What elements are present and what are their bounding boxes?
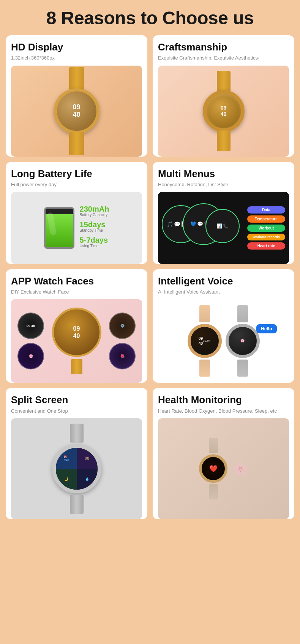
app-faces-left: 09 40 🌸 <box>16 313 46 369</box>
app-faces-layout: 09 40 🌸 0940 ⚙️ 🌺 <box>11 303 142 379</box>
card-health-title: Health Monitoring <box>158 394 289 406</box>
health-band-bottom-sm <box>209 484 218 499</box>
menus-layout: 🎵 💬 📊 🔵 💙 💬 📞 📊 📊 <box>162 201 285 254</box>
voice-grey-watch-face: 🌸 <box>226 324 260 358</box>
menu-item-workout: Workout <box>247 225 285 232</box>
card-battery-subtitle: Full power every day <box>11 181 142 188</box>
split-watch-container: 📅7/23 08 🌙 💧 <box>11 418 142 519</box>
health-watch-sm-outer: ❤️ <box>199 438 227 499</box>
stat-days: 15days Standby Time <box>80 221 109 235</box>
card-craft-subtitle: Exquisite Craftsmanship, Exquisite Aesth… <box>158 55 289 61</box>
menu-app-icon-6: 💬 <box>197 221 203 227</box>
menu-circles-container: 🎵 💬 📊 🔵 💙 💬 📞 📊 📊 <box>162 201 245 254</box>
card-app-title: APP Watch Faces <box>11 275 142 287</box>
voice-grey-band-bottom <box>237 360 248 377</box>
craft-watch-outer: 0940 <box>203 71 245 151</box>
card-app-image: 09 40 🌸 0940 ⚙️ 🌺 <box>11 299 142 383</box>
split-band-bottom <box>70 495 84 514</box>
card-menus-title: Multi Menus <box>158 168 289 180</box>
voice-pink-watch-outer: 094006.04 <box>188 305 222 377</box>
hd-watch-circle: 0940 <box>54 88 99 134</box>
split-watch-face: 📅7/23 08 🌙 💧 <box>52 444 101 493</box>
stat-days-label: Standby Time <box>80 228 109 232</box>
card-app-subtitle: DIY Exclusive Watch Face <box>11 289 142 295</box>
hello-bubble: Hello <box>256 324 276 333</box>
app-center-band <box>71 359 82 374</box>
card-intelligent-voice: Intelligent Voice AI Intelligent Voice A… <box>153 269 294 383</box>
menu-app-icon-10: 📞 <box>223 223 229 229</box>
split-quad-3: 🌙 <box>56 469 77 490</box>
voice-grey-band-top <box>237 305 248 322</box>
app-face-sm-2: 🌸 <box>17 343 44 369</box>
hd-band-top <box>69 67 84 90</box>
card-craft-image: 0940 <box>158 66 289 157</box>
split-quad-1: 📅7/23 <box>56 448 77 469</box>
craft-band-bottom <box>217 130 231 151</box>
stat-days-value: 15days <box>80 221 109 228</box>
craft-watch-container: 0940 <box>158 66 289 157</box>
card-hd-display: HD Display 1.32inch 360*360px 0940 <box>6 35 147 156</box>
stat-use: 5-7days Using Time <box>80 236 109 250</box>
app-faces-right: ⚙️ 🌺 <box>107 313 137 369</box>
menu-app-icon-5: 💙 <box>190 221 196 227</box>
card-battery: Long Battery Life Full power every day 2… <box>6 162 147 264</box>
card-health-monitoring: Health Monitoring Heart Rate, Blood Oxyg… <box>153 388 294 519</box>
menu-app-icon-9: 📊 <box>216 223 222 229</box>
menu-item-workout-records: Workout records <box>247 234 285 240</box>
menu-item-heart-rate: Heart rate <box>247 242 285 250</box>
hd-band-bottom <box>69 132 84 155</box>
battery-visual <box>44 207 74 249</box>
card-battery-image: 230mAh Battery Capacity 15days Standby T… <box>11 192 142 264</box>
card-app-watch-faces: APP Watch Faces DIY Exclusive Watch Face… <box>6 269 147 383</box>
health-icon: ❤️ <box>209 465 218 473</box>
craft-band-top <box>217 71 231 92</box>
voice-pink-band-bottom <box>199 360 210 377</box>
card-menus-image: 🎵 💬 📊 🔵 💙 💬 📞 📊 📊 <box>158 192 289 264</box>
card-split-title: Split Screen <box>11 394 142 406</box>
stat-use-label: Using Time <box>80 244 109 248</box>
voice-grey-watch-outer: Hello 🌸 <box>226 305 260 377</box>
app-face-sm-3: ⚙️ <box>109 313 136 339</box>
card-craft-title: Craftsmanship <box>158 41 289 53</box>
card-voice-image: 094006.04 Hello 🌸 <box>158 299 289 383</box>
card-hd-subtitle: 1.32inch 360*360px <box>11 55 142 61</box>
stat-mah: 230mAh Battery Capacity <box>80 205 109 219</box>
card-hd-title: HD Display <box>11 41 142 53</box>
voice-grey-time: 🌸 <box>240 339 245 343</box>
card-split-image: 📅7/23 08 🌙 💧 <box>11 418 142 519</box>
split-band-top <box>70 424 84 443</box>
voice-pink-band-top <box>199 305 210 322</box>
page-title: 8 Reasons to Choose us <box>6 8 294 28</box>
stat-mah-value: 230mAh <box>80 205 109 213</box>
card-battery-title: Long Battery Life <box>11 168 142 180</box>
hd-watch-time: 0940 <box>73 104 80 119</box>
app-face-lg: 0940 <box>52 308 101 357</box>
split-watch-outer: 📅7/23 08 🌙 💧 <box>52 424 101 514</box>
card-hd-image: 0940 <box>11 66 142 157</box>
voice-watches-container: 094006.04 Hello 🌸 <box>158 300 289 382</box>
card-craftsmanship: Craftsmanship Exquisite Craftsmanship, E… <box>153 35 294 156</box>
health-watch-face-sm: ❤️ <box>199 454 227 483</box>
card-voice-subtitle: AI Intelligent Voice Assistant <box>158 289 289 295</box>
menu-app-icon-1: 🎵 <box>167 221 173 227</box>
split-quad-2: 08 <box>77 448 98 469</box>
card-split-screen: Split Screen Convenient and One Stop 📅7/… <box>6 388 147 519</box>
app-face-sm-4: 🌺 <box>109 343 136 369</box>
battery-stats: 230mAh Battery Capacity 15days Standby T… <box>80 205 109 250</box>
menu-item-data: Data <box>247 206 285 214</box>
health-floral-decoration: 🌸 <box>233 462 248 476</box>
app-face-center: 0940 <box>49 308 104 374</box>
split-quad-4: 💧 <box>77 469 98 490</box>
menu-list: Data Temperature Workout Workout records… <box>247 206 285 250</box>
card-voice-title: Intelligent Voice <box>158 275 289 287</box>
cards-grid: HD Display 1.32inch 360*360px 0940 Craft… <box>6 35 294 519</box>
card-multi-menus: Multi Menus Honeycomb, Rotation, List St… <box>153 162 294 264</box>
craft-watch-face: 0940 <box>203 90 245 132</box>
app-face-sm-1: 09 40 <box>17 313 44 339</box>
voice-pink-watch-face: 094006.04 <box>188 324 222 358</box>
card-health-image: ❤️ 🌸 <box>158 418 289 519</box>
menu-circle-3: 📊 📞 <box>205 209 240 243</box>
card-health-subtitle: Heart Rate, Blood Oxygen, Blood Pressure… <box>158 408 289 415</box>
health-watches-container: ❤️ 🌸 <box>158 432 289 505</box>
menu-item-temperature: Temperature <box>247 215 285 223</box>
